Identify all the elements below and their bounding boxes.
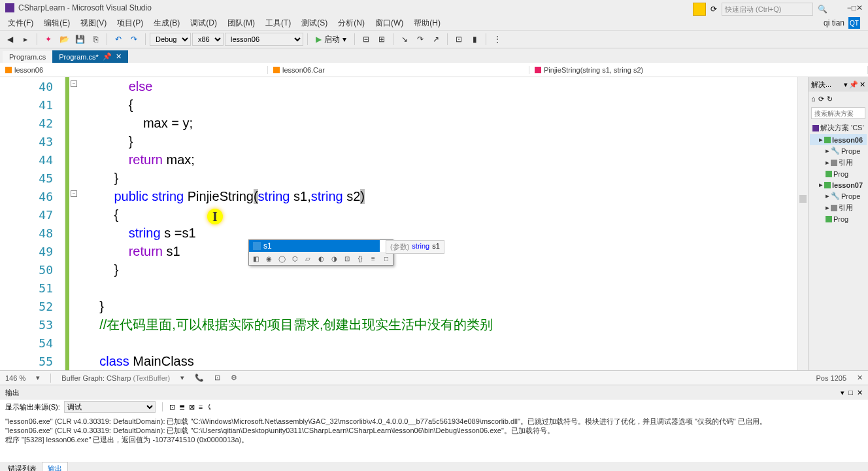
filter-icon[interactable]: ▱ <box>303 253 313 264</box>
output-tb-icon[interactable]: ⤹ <box>207 403 212 411</box>
sync-icon[interactable]: ↻ <box>827 95 833 103</box>
user-name[interactable]: qi tian <box>824 18 844 27</box>
step-out-icon[interactable]: ↗ <box>429 32 443 46</box>
code-line[interactable]: public string PinjieString(string s1,str… <box>85 187 797 205</box>
quick-launch-input[interactable]: 快速启动 (Ctrl+Q) <box>722 3 813 16</box>
tree-item[interactable]: ▸引用 <box>810 201 867 214</box>
tb-icon-3[interactable]: ⊡ <box>452 32 466 46</box>
code-line[interactable]: //在代码里面,可以根据实际的项目需求,创建出现实生活中没有的类别 <box>85 315 797 334</box>
save-all-button[interactable]: ⎘ <box>88 32 103 46</box>
output-tb-icon[interactable]: ≡ <box>199 403 203 411</box>
project-node[interactable]: ▸lesson06 <box>810 134 867 145</box>
filter-icon[interactable]: ◐ <box>316 253 326 264</box>
code-line[interactable]: } <box>85 169 797 187</box>
close-tab-icon[interactable]: ✕ <box>116 52 122 61</box>
feedback-icon[interactable]: ⟳ <box>709 5 719 14</box>
maximize-button[interactable]: □ <box>852 3 856 12</box>
tree-item[interactable]: Prog <box>810 214 867 224</box>
redo-button[interactable]: ↷ <box>127 32 141 46</box>
menu-test[interactable]: 测试(S) <box>296 18 333 29</box>
info-icon[interactable]: ⚙ <box>231 374 237 382</box>
forward-button[interactable]: ▸ <box>18 32 33 46</box>
code-line[interactable]: { <box>85 96 797 114</box>
project-dropdown[interactable]: lesson06 <box>225 33 303 46</box>
step-into-icon[interactable]: ↘ <box>397 32 412 46</box>
filter-icon[interactable]: ⊡ <box>342 253 352 264</box>
filter-icon[interactable]: ◯ <box>276 253 287 264</box>
filter-icon[interactable]: ⬡ <box>290 253 300 264</box>
file-tab-inactive[interactable]: Program.cs <box>3 51 52 63</box>
output-close-icon[interactable]: ✕ <box>857 389 863 397</box>
filter-icon[interactable]: ◧ <box>250 253 261 264</box>
menu-edit[interactable]: 编辑(E) <box>39 18 75 29</box>
undo-button[interactable]: ↶ <box>111 32 125 46</box>
code-editor[interactable]: 40414243444546474849505152535455 − − s1 … <box>0 77 808 370</box>
file-tab-active[interactable]: Program.cs*📌✕ <box>52 50 128 63</box>
tb-icon-5[interactable]: ⋮ <box>490 32 505 46</box>
open-button[interactable]: 📂 <box>57 32 71 46</box>
output-source-dropdown[interactable]: 调试 <box>64 401 156 413</box>
search-icon[interactable]: 🔍 <box>816 3 829 16</box>
output-content[interactable]: "lesson06.exe" (CLR v4.0.30319: DefaultD… <box>0 414 868 462</box>
platform-dropdown[interactable]: x86 <box>192 33 224 46</box>
solution-root[interactable]: 解决方案 'CS' <box>810 122 867 134</box>
code-line[interactable]: string s =s1 <box>85 224 797 242</box>
output-dropdown-icon[interactable]: ▾ <box>841 389 844 397</box>
info-icon[interactable]: 📞 <box>195 374 204 382</box>
tree-item[interactable]: ▸🔧Prope <box>810 145 867 156</box>
code-line[interactable]: else <box>85 77 797 96</box>
filter-icon[interactable]: {} <box>355 253 365 264</box>
new-button[interactable]: ✦ <box>41 32 56 46</box>
code-line[interactable]: { <box>85 205 797 224</box>
code-line[interactable]: return max; <box>85 150 797 169</box>
start-button[interactable]: ▶启动 ▾ <box>312 34 350 45</box>
zoom-level[interactable]: 146 % <box>5 374 25 382</box>
filter-icon[interactable]: ◑ <box>329 253 339 264</box>
output-pin-icon[interactable]: □ <box>848 389 853 397</box>
menu-analyze[interactable]: 分析(N) <box>333 18 370 29</box>
intellisense-item[interactable]: s1 <box>249 240 380 252</box>
zoom-dropdown-icon[interactable]: ▾ <box>36 374 40 382</box>
step-over-icon[interactable]: ↷ <box>413 32 427 46</box>
home-icon[interactable]: ⌂ <box>811 95 816 103</box>
project-node[interactable]: ▸lesson07 <box>810 179 867 190</box>
buffer-dropdown-icon[interactable]: ▾ <box>180 374 184 382</box>
menu-project[interactable]: 项目(P) <box>112 18 148 29</box>
menu-debug[interactable]: 调试(D) <box>185 18 222 29</box>
menu-tools[interactable]: 工具(T) <box>260 18 296 29</box>
info-icon[interactable]: ⊡ <box>214 374 220 382</box>
filter-icon[interactable]: ≡ <box>368 253 378 264</box>
filter-icon[interactable]: ◉ <box>263 253 274 264</box>
code-line[interactable]: } <box>85 297 797 315</box>
tb-icon-1[interactable]: ⊟ <box>359 32 373 46</box>
panel-pin-icon[interactable]: 📌 <box>849 80 858 89</box>
fold-toggle[interactable]: − <box>71 190 77 197</box>
close-info-icon[interactable]: ✕ <box>857 374 863 382</box>
tree-item[interactable]: ▸🔧Prope <box>810 190 867 201</box>
menu-view[interactable]: 视图(V) <box>75 18 112 29</box>
minimize-button[interactable]: − <box>847 3 852 12</box>
tb-icon-4[interactable]: ▮ <box>467 32 482 46</box>
config-dropdown[interactable]: Debug <box>150 33 191 46</box>
tb-icon-2[interactable]: ⊞ <box>375 32 389 46</box>
notification-icon[interactable] <box>693 3 706 16</box>
code-line[interactable] <box>85 279 797 297</box>
code-line[interactable]: class MainClass <box>85 352 797 370</box>
code-line[interactable] <box>85 334 797 352</box>
user-avatar[interactable]: QT <box>848 17 860 29</box>
menu-build[interactable]: 生成(B) <box>148 18 185 29</box>
back-button[interactable]: ◀ <box>3 32 17 46</box>
output-tb-icon[interactable]: ⊡ <box>169 403 175 411</box>
menu-file[interactable]: 文件(F) <box>3 18 39 29</box>
tree-item[interactable]: Prog <box>810 169 867 179</box>
breadcrumb-class[interactable]: lesson06.Car <box>268 66 529 74</box>
panel-close-icon[interactable]: ✕ <box>860 80 865 89</box>
solution-search-input[interactable] <box>811 107 865 119</box>
code-line[interactable]: } <box>85 260 797 279</box>
fold-toggle[interactable]: − <box>71 80 77 87</box>
intellisense-popup[interactable]: s1 ◧ ◉ ◯ ⬡ ▱ ◐ ◑ ⊡ {} ≡ □ <box>248 239 393 266</box>
error-list-tab[interactable]: 错误列表 <box>3 462 42 472</box>
filter-icon[interactable]: □ <box>381 253 392 264</box>
close-button[interactable]: ✕ <box>856 3 863 12</box>
panel-dropdown-icon[interactable]: ▾ <box>844 80 848 89</box>
